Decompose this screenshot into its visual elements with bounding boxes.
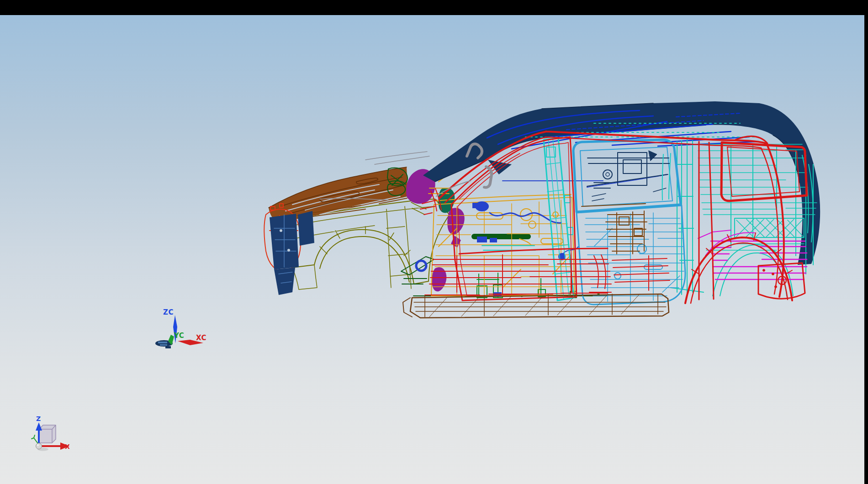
triad-origin-sphere [36,443,42,449]
view-triad-x-label: X [65,443,70,450]
part-cowl-brackets[interactable] [406,169,465,291]
datum-cube [39,425,56,443]
view-triad-z-label: Z [36,415,41,422]
view-orientation-triad: Z X [32,415,70,451]
part-front-lower-panel[interactable] [270,211,314,295]
wcs-z-label: ZC [163,308,174,316]
part-rear-door[interactable] [573,140,685,305]
wcs-triad[interactable]: ZC YC XC [163,308,206,345]
window-right-bar [864,0,868,484]
wcs-y-label: YC [174,331,184,340]
cad-application-window: ZC YC XC Z X [0,0,868,484]
triad-sphere-highlight [37,444,39,446]
wcs-x-label: XC [196,334,206,342]
window-top-bar [0,0,868,15]
model-scene: ZC YC XC Z X [0,0,868,484]
